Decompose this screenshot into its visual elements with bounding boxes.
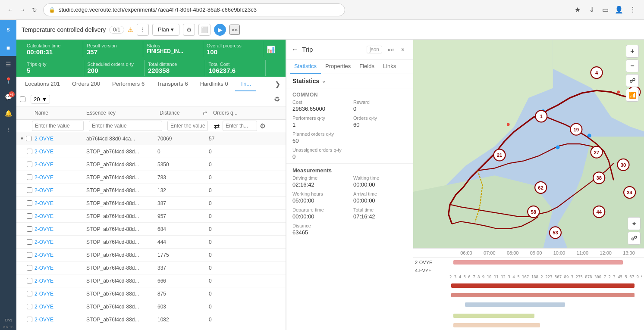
expand-button[interactable]: ⬜ [198,24,210,36]
target-button[interactable]: ⌖ [628,217,641,230]
filter-distance-input[interactable] [167,121,208,131]
table-row[interactable]: 2-OVYE STOP_ab76f4cd-88d... 0 0 [16,145,286,158]
trip-back-button[interactable]: ← [292,46,298,53]
profile-button[interactable]: 👤 [613,4,625,16]
performers-qty-value: 1 [292,121,346,128]
layers-button[interactable]: ☍ [626,74,639,87]
zoom-out-button[interactable]: − [626,59,639,72]
trip-collapse-button[interactable]: «« [386,44,396,55]
planned-orders-cell: Planned orders q-ty 60 [286,131,413,147]
table-row[interactable]: 2-OVYE STOP_ab76f4cd-88d... 337 0 [16,262,286,274]
timeline-bar-olive [453,314,534,318]
table-row[interactable]: 2-OVYE STOP_ab76f4cd-88d... 666 0 [16,274,286,287]
svg-text:27: 27 [594,150,600,155]
map-layers-bottom-button[interactable]: ☍ [628,232,641,245]
tab-performers[interactable]: Performers 6 [107,77,150,91]
orders-qty-value: 60 [353,121,407,128]
trip-close-button[interactable]: × [398,44,408,55]
tab-transports[interactable]: Transports 6 [151,77,193,91]
filter-button[interactable]: ♻ [272,94,282,104]
table-row[interactable]: 2-OVYE STOP_ab76f4cd-88d... 957 0 [16,210,286,223]
total-time-cell: Total time 07:16:42 [353,207,407,220]
reward-value: 0 [353,106,407,112]
menu-button[interactable]: ⋮ [627,4,639,16]
route-button[interactable]: 📶 [626,89,639,102]
bookmark-button[interactable]: ★ [572,4,584,16]
table-row[interactable]: 2-OVYE STOP_ab76f4cd-88d... 875 0 [16,287,286,300]
distance-cell: Distance 63465 [292,223,346,236]
map-controls: + − ☍ 📶 [626,45,639,102]
kebab-menu-button[interactable]: ⋮ [137,24,149,36]
extensions-button[interactable]: ▭ [599,4,611,16]
table-row[interactable]: 2-OVYE STOP_ab76f4cd-88d... 387 0 [16,197,286,210]
table-filter-row: ⇄ ⚙ [16,120,286,132]
back-button[interactable]: ← [5,5,16,15]
tab-trips[interactable]: Tri... [235,77,257,91]
sidebar-icon-map[interactable]: 📍 [0,72,16,89]
map-view[interactable]: 4 6 1 19 21 [413,40,644,248]
collapse-panel-button[interactable]: «« [229,25,240,35]
table-row[interactable]: 2-OVYE STOP_ab76f4cd-88d... 5350 0 [16,158,286,171]
timeline-bar-area-fvye [449,283,642,289]
sidebar-icon-chat[interactable]: 💬 +3 [0,89,16,105]
tab-more-button[interactable]: ❯ [273,78,282,90]
download-button[interactable]: ⇓ [585,4,597,16]
filter-essence-input[interactable] [89,121,162,131]
top-toolbar: Temperature controlled delivery 0/1 ⚠ ⋮ … [16,20,644,40]
tab-hardlinks[interactable]: Hardlinks 0 [195,77,233,91]
working-hours-value: 05:00:00 [292,197,346,204]
tabs-row: Locations 201 Orders 200 Performers 6 Tr… [16,77,286,92]
trip-tab-properties[interactable]: Properties [321,59,355,74]
table-row[interactable]: 2-OVYE STOP_ab76f4cd-88d... 1775 0 [16,249,286,262]
trip-title: Trip [302,46,363,53]
forward-button[interactable]: → [17,5,28,15]
trip-tab-fields[interactable]: Fields [355,59,379,74]
reward-label: Reward [353,100,407,105]
play-button[interactable]: ▶ [214,24,226,36]
sidebar-icon-grid[interactable]: ⁝ [0,121,16,138]
trip-tab-links[interactable]: Links [379,59,400,74]
select-all-checkbox[interactable] [20,97,25,102]
settings-button[interactable]: ⚙ [183,24,195,36]
reload-button[interactable]: ↻ [29,5,40,15]
trip-tab-statistics[interactable]: Statistics [290,59,321,74]
table-row[interactable]: 2-OVYE STOP_ab76f4cd-88d... 444 0 [16,236,286,249]
svg-text:62: 62 [538,185,543,190]
table-row[interactable]: 2-OVYE STOP_ab76f4cd-88d... 783 0 [16,171,286,184]
departure-time-cell: Departure time 00:00:00 [292,207,346,220]
distance-value: 63465 [292,229,346,236]
orders-qty-label: Orders q-ty [353,115,407,121]
time-0900: 09:00 [525,250,548,255]
table-row[interactable]: 2-OVYE STOP_ab76f4cd-88d... 1082 0 [16,313,286,326]
sidebar-logo[interactable]: S [0,20,16,40]
filter-name-input[interactable] [32,121,84,131]
unassigned-orders-cell: Unassigned orders q-ty 0 [286,147,413,163]
filter-orders-input[interactable] [223,121,257,131]
trip-panel: ← Trip json «« × Statistics Properties F… [286,40,413,330]
column-filter-icon[interactable]: ⚙ [260,122,266,130]
sidebar-icon-home[interactable]: ■ [0,40,16,56]
sidebar-icon-bell[interactable]: 🔔 [0,105,16,121]
timeline-label-fvye-text: 4-FVYE [413,267,644,274]
tab-orders[interactable]: Orders 200 [67,77,105,91]
orders-qty-cell: Orders q-ty 60 [353,115,407,128]
timeline-header: 06:00 07:00 08:00 09:00 10:00 11:00 12:0… [413,250,644,258]
trip-json-button[interactable]: json [367,46,382,53]
timeline-bar [453,260,623,265]
stats-chart-button[interactable]: 📊 [263,41,279,57]
table-row[interactable]: 2-OVYE STOP_ab76f4cd-88d... 603 0 [16,300,286,313]
table-row[interactable]: 2-OVYE STOP_ab76f4cd-88d... 684 0 [16,223,286,236]
address-bar[interactable]: 🔒 studio.edge.veeroute.tech/experiments/… [43,3,345,16]
table-row[interactable]: 2-OVYE STOP_ab76f4cd-88d... 132 0 [16,184,286,197]
svg-text:30: 30 [621,162,626,168]
table-row[interactable]: ▼ 2-OVYE ab76f4cd-88d0-4ca... 70069 57 [16,132,286,145]
working-hours-cell: Working hours 05:00:00 [292,191,346,204]
sidebar-env-label: Eng [0,316,16,324]
sidebar-icon-list[interactable]: ☰ [0,56,16,72]
zoom-in-button[interactable]: + [626,45,639,58]
statistics-section-header[interactable]: Statistics ⌄ [286,74,413,88]
tab-locations[interactable]: Locations 201 [20,77,65,91]
plan-button[interactable]: Plan ▾ [152,24,179,36]
page-size-select[interactable]: 20▼ [31,95,50,104]
time-0600: 06:00 [455,250,478,255]
